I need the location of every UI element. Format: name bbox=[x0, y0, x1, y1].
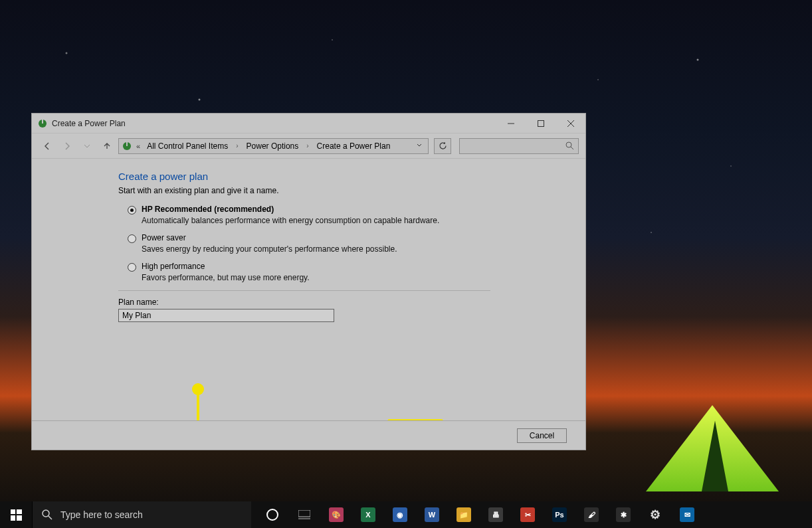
windows-logo-icon bbox=[11, 509, 22, 521]
search-icon bbox=[42, 509, 52, 520]
power-options-icon bbox=[37, 118, 48, 129]
taskbar-app-paint-legacy[interactable]: 🎨 bbox=[320, 501, 352, 528]
content-area: Create a power plan Start with an existi… bbox=[32, 159, 585, 420]
close-icon bbox=[567, 120, 574, 127]
power-options-icon bbox=[122, 141, 132, 151]
minimize-icon bbox=[508, 120, 514, 127]
close-button[interactable] bbox=[556, 114, 585, 133]
address-bar[interactable]: « All Control Panel Items › Power Option… bbox=[118, 138, 429, 154]
paint-icon: 🖌 bbox=[584, 507, 599, 522]
plan-option-highperf[interactable]: High performance bbox=[128, 262, 572, 272]
svg-line-11 bbox=[49, 516, 52, 519]
overflow-chevron-icon: « bbox=[136, 142, 140, 150]
maximize-button[interactable] bbox=[526, 114, 556, 133]
excel-icon: X bbox=[361, 507, 375, 522]
word-icon: W bbox=[425, 507, 439, 522]
chevron-down-icon bbox=[417, 143, 422, 148]
plan-description: Saves energy by reducing your computer's… bbox=[142, 244, 572, 254]
start-button[interactable] bbox=[0, 501, 32, 528]
search-icon bbox=[565, 141, 574, 150]
breadcrumb-item[interactable]: All Control Panel Items bbox=[144, 141, 231, 151]
svg-rect-7 bbox=[126, 142, 128, 146]
plan-label: Power saver bbox=[142, 233, 186, 242]
dialog-footer: Cancel bbox=[32, 420, 585, 450]
taskbar-app-cortana[interactable] bbox=[256, 501, 288, 528]
taskbar: Type here to search 🎨X◉W📁🖶✂Ps🖌✱⚙✉ bbox=[0, 501, 812, 528]
taskbar-app-printer[interactable]: 🖶 bbox=[480, 501, 512, 528]
task-view-icon bbox=[298, 510, 310, 519]
taskbar-app-task-view[interactable] bbox=[288, 501, 320, 528]
photoshop-icon: Ps bbox=[552, 507, 567, 522]
plan-option-powersaver[interactable]: Power saver bbox=[128, 233, 572, 243]
breadcrumb-item[interactable]: Power Options bbox=[244, 141, 302, 151]
taskbar-app-excel[interactable]: X bbox=[352, 501, 384, 528]
taskbar-app-slack[interactable]: ✱ bbox=[607, 501, 639, 528]
taskbar-app-outlook[interactable]: ✉ bbox=[671, 501, 703, 528]
taskbar-app-snip[interactable]: ✂ bbox=[512, 501, 544, 528]
up-button[interactable] bbox=[98, 137, 116, 155]
taskbar-app-settings[interactable]: ⚙ bbox=[639, 501, 671, 528]
plan-description: Favors performance, but may use more ene… bbox=[142, 273, 572, 282]
svg-rect-3 bbox=[538, 120, 544, 126]
chrome-icon: ◉ bbox=[393, 507, 407, 522]
radio-icon[interactable] bbox=[128, 206, 136, 215]
window-title: Create a Power Plan bbox=[52, 119, 496, 128]
file-explorer-icon: 📁 bbox=[457, 507, 471, 522]
slack-icon: ✱ bbox=[616, 507, 631, 522]
outlook-icon: ✉ bbox=[680, 507, 694, 522]
paint-legacy-icon: 🎨 bbox=[329, 507, 344, 522]
svg-rect-1 bbox=[42, 120, 43, 124]
annotation-dot bbox=[192, 383, 204, 395]
radio-icon[interactable] bbox=[128, 263, 136, 272]
search-box[interactable] bbox=[459, 138, 579, 154]
plan-name-label: Plan name: bbox=[118, 298, 572, 307]
history-dropdown[interactable] bbox=[78, 137, 96, 155]
address-dropdown[interactable] bbox=[413, 142, 425, 149]
taskbar-search-placeholder: Type here to search bbox=[60, 509, 143, 520]
printer-icon: 🖶 bbox=[488, 507, 503, 522]
svg-rect-12 bbox=[298, 510, 310, 517]
taskbar-app-word[interactable]: W bbox=[416, 501, 448, 528]
snip-icon: ✂ bbox=[520, 507, 535, 522]
arrow-left-icon bbox=[43, 141, 52, 151]
cancel-button[interactable]: Cancel bbox=[517, 428, 567, 443]
back-button[interactable] bbox=[39, 137, 56, 155]
plan-description: Automatically balances performance with … bbox=[142, 216, 572, 225]
breadcrumb-separator-icon: › bbox=[235, 142, 239, 149]
divider bbox=[118, 290, 490, 291]
annotation-connector bbox=[197, 393, 199, 420]
chevron-down-icon bbox=[84, 143, 90, 149]
plan-name-field: Plan name: bbox=[118, 298, 572, 322]
settings-icon: ⚙ bbox=[648, 507, 662, 522]
control-panel-window: Create a Power Plan « bbox=[31, 113, 586, 450]
taskbar-search[interactable]: Type here to search bbox=[32, 501, 251, 528]
radio-icon[interactable] bbox=[128, 234, 136, 243]
taskbar-app-paint[interactable]: 🖌 bbox=[575, 501, 607, 528]
nav-row: « All Control Panel Items › Power Option… bbox=[32, 133, 585, 159]
plan-option-hp[interactable]: HP Recommended (recommended) bbox=[128, 205, 572, 215]
taskbar-app-photoshop[interactable]: Ps bbox=[544, 501, 575, 528]
arrow-up-icon bbox=[102, 141, 112, 151]
cortana-icon bbox=[266, 509, 278, 521]
titlebar: Create a Power Plan bbox=[32, 114, 585, 133]
breadcrumb-separator-icon: › bbox=[305, 142, 310, 149]
forward-button[interactable] bbox=[58, 137, 76, 155]
annotation-next-highlight: Next bbox=[387, 419, 443, 420]
minimize-button[interactable] bbox=[496, 114, 526, 133]
page-subheading: Start with an existing plan and give it … bbox=[118, 186, 572, 195]
page-heading: Create a power plan bbox=[118, 171, 572, 182]
plan-label: High performance bbox=[142, 262, 205, 271]
cancel-button-label: Cancel bbox=[530, 431, 554, 440]
refresh-button[interactable] bbox=[434, 138, 451, 154]
svg-point-8 bbox=[566, 142, 571, 147]
breadcrumb-item[interactable]: Create a Power Plan bbox=[314, 141, 393, 151]
plan-label: HP Recommended (recommended) bbox=[142, 205, 274, 214]
taskbar-app-file-explorer[interactable]: 📁 bbox=[448, 501, 480, 528]
svg-point-10 bbox=[43, 510, 49, 517]
refresh-icon bbox=[439, 141, 447, 150]
taskbar-app-chrome[interactable]: ◉ bbox=[384, 501, 416, 528]
arrow-right-icon bbox=[62, 141, 72, 151]
plan-name-input[interactable] bbox=[118, 309, 334, 322]
maximize-icon bbox=[538, 120, 544, 127]
taskbar-apps: 🎨X◉W📁🖶✂Ps🖌✱⚙✉ bbox=[256, 501, 703, 528]
